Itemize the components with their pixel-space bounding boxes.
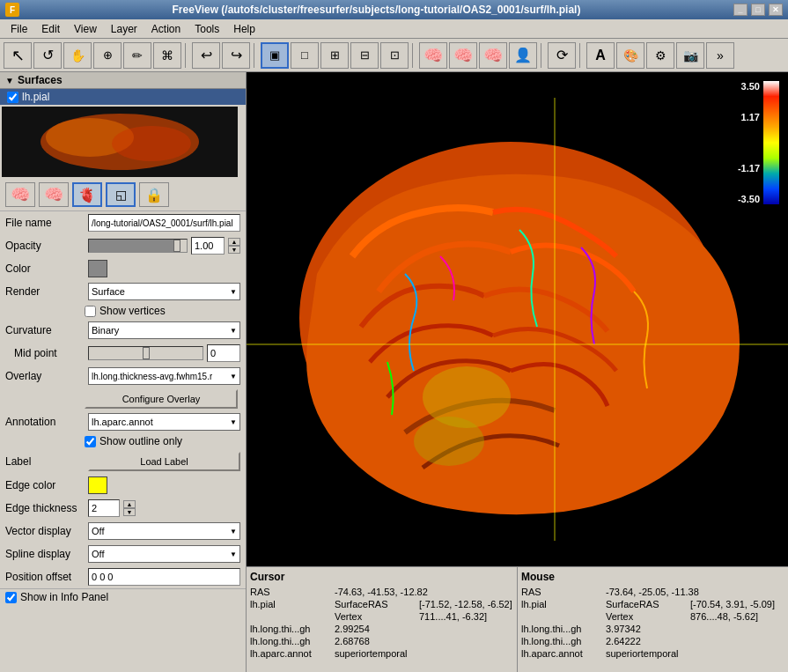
- load-label-button[interactable]: Load Label: [88, 452, 240, 471]
- brain-back-button[interactable]: 🧠: [479, 42, 507, 69]
- mouse-overlay2-row: lh.long.thi...gh 2.64222: [521, 636, 784, 646]
- settings-button[interactable]: ⚙: [646, 42, 674, 69]
- mouse-overlay1-label: lh.long.thi...gh: [521, 624, 600, 634]
- cursor-overlay2-label: lh.long.thi...gh: [250, 636, 329, 646]
- menu-view[interactable]: View: [67, 21, 104, 37]
- overlay-row: Overlay lh.long.thickness-avg.fwhm15.r ▼: [0, 365, 246, 388]
- menu-tools[interactable]: Tools: [188, 21, 226, 37]
- refresh-button[interactable]: ⟳: [548, 42, 576, 69]
- menu-file[interactable]: File: [4, 21, 34, 37]
- mouse-annot-value: superiortemporal: [606, 648, 679, 659]
- cursor-ras-row: RAS -74.63, -41.53, -12.82: [250, 587, 513, 597]
- rotate-tool[interactable]: ↺: [33, 42, 62, 69]
- surfaces-expand-icon[interactable]: ▼: [5, 76, 14, 85]
- view-cor-button[interactable]: ⊞: [320, 42, 349, 69]
- menu-layer[interactable]: Layer: [104, 21, 144, 37]
- cursor-annot-label: lh.aparc.annot: [250, 648, 329, 659]
- brain-left-button[interactable]: 🧠: [419, 42, 447, 69]
- colorbar: 3.50 1.17 -1.17 -3.50: [744, 81, 779, 222]
- pan-tool[interactable]: ✋: [63, 42, 92, 69]
- view-sag-button[interactable]: □: [291, 42, 319, 69]
- menu-edit[interactable]: Edit: [34, 21, 67, 37]
- show-vertices-checkbox[interactable]: [85, 306, 96, 317]
- lock-icon[interactable]: 🔒: [139, 182, 169, 207]
- surface-item-lhpial[interactable]: lh.pial: [0, 89, 246, 105]
- cursor-column: Cursor RAS -74.63, -41.53, -12.82 lh.pia…: [247, 567, 518, 672]
- menu-bar: File Edit View Layer Action Tools Help: [0, 19, 788, 39]
- configure-overlay-button[interactable]: Configure Overlay: [85, 389, 238, 409]
- undo-button[interactable]: ↩: [192, 42, 220, 69]
- face-button[interactable]: 👤: [509, 42, 537, 69]
- view3d-button[interactable]: ▣: [261, 42, 289, 69]
- cursor-surface-label: lh.pial: [250, 599, 329, 609]
- opacity-label: Opacity: [5, 240, 85, 252]
- edge-color-picker[interactable]: [88, 476, 107, 494]
- colormap-button[interactable]: 🎨: [616, 42, 644, 69]
- filename-row: File name: [0, 211, 246, 234]
- color-picker[interactable]: [88, 260, 107, 277]
- cursor-ras-value: -74.63, -41.53, -12.82: [335, 587, 428, 597]
- surface-icon[interactable]: 🫀: [72, 182, 102, 207]
- overlay-value: lh.long.thickness-avg.fwhm15.r: [92, 372, 212, 381]
- mouse-surface-ras-label: SurfaceRAS: [606, 599, 685, 609]
- redo-button[interactable]: ↪: [222, 42, 250, 69]
- brain-view[interactable]: 3.50 1.17 -1.17 -3.50: [247, 72, 788, 566]
- show-outline-checkbox[interactable]: [85, 436, 96, 447]
- maximize-button[interactable]: □: [751, 4, 765, 16]
- menu-help[interactable]: Help: [226, 21, 262, 37]
- midpoint-value[interactable]: [207, 344, 240, 362]
- mouse-ras-value: -73.64, -25.05, -11.38: [606, 587, 699, 597]
- brain-right-button[interactable]: 🧠: [449, 42, 477, 69]
- text-button[interactable]: A: [586, 42, 615, 69]
- render-dropdown[interactable]: Surface ▼: [88, 283, 240, 300]
- contour-tool[interactable]: ⌘: [153, 42, 181, 69]
- opacity-up[interactable]: ▲: [228, 238, 240, 246]
- opacity-value[interactable]: [191, 237, 225, 255]
- spline-display-dropdown[interactable]: Off ▼: [88, 545, 240, 563]
- measure-tool[interactable]: ⊕: [93, 42, 122, 69]
- vector-display-dropdown[interactable]: Off ▼: [88, 522, 240, 540]
- overlay-dropdown[interactable]: lh.long.thickness-avg.fwhm15.r ▼: [88, 367, 240, 385]
- midpoint-slider[interactable]: [88, 346, 203, 360]
- mouse-vertex-row: Vertex 876....48, -5.62]: [521, 611, 784, 622]
- show-vertices-row: Show vertices: [0, 303, 246, 319]
- filename-input[interactable]: [88, 214, 240, 232]
- view-ax-button[interactable]: ⊟: [350, 42, 379, 69]
- cursor-overlay1-row: lh.long.thi...gh 2.99254: [250, 624, 513, 634]
- minimize-button[interactable]: _: [733, 4, 747, 16]
- brain-icon-small2[interactable]: 🧠: [39, 182, 69, 207]
- svg-point-3: [112, 126, 191, 161]
- show-info-checkbox[interactable]: [5, 592, 17, 603]
- curvature-dropdown[interactable]: Binary ▼: [88, 321, 240, 339]
- mouse-vertex-value: 876....48, -5.62]: [690, 611, 758, 622]
- edge-thickness-input[interactable]: [88, 499, 120, 517]
- colorbar-mid-neg: -1.17: [738, 163, 760, 174]
- vector-display-label: Vector display: [5, 525, 85, 537]
- left-panel: ▼ Surfaces lh.pial 🧠 🧠 🫀 ◱ 🔒: [0, 72, 247, 672]
- annotation-dropdown[interactable]: lh.aparc.annot ▼: [88, 413, 240, 431]
- toolbar: ↖ ↺ ✋ ⊕ ✏ ⌘ ↩ ↪ ▣ □ ⊞ ⊟ ⊡ 🧠 🧠 🧠 👤 ⟳ A 🎨 …: [0, 39, 788, 72]
- pointer-tool[interactable]: ↖: [4, 42, 32, 69]
- opacity-slider[interactable]: [88, 239, 188, 253]
- surface-checkbox[interactable]: [7, 92, 18, 103]
- more-button[interactable]: »: [706, 42, 734, 69]
- edge-thickness-down[interactable]: ▼: [123, 508, 136, 516]
- overlay-icon[interactable]: ◱: [106, 182, 136, 207]
- edge-thickness-up[interactable]: ▲: [123, 500, 136, 508]
- close-button[interactable]: ✕: [769, 4, 783, 16]
- camera-button[interactable]: 📷: [676, 42, 704, 69]
- view-all-button[interactable]: ⊡: [380, 42, 409, 69]
- title-bar: F FreeView (/autofs/cluster/freesurfer/s…: [0, 0, 788, 19]
- annotation-label: Annotation: [5, 416, 85, 428]
- opacity-down[interactable]: ▼: [228, 246, 240, 254]
- position-offset-input[interactable]: [88, 568, 240, 586]
- draw-tool[interactable]: ✏: [123, 42, 151, 69]
- colorbar-mid-pos: 1.17: [741, 112, 760, 122]
- mouse-annot-label: lh.aparc.annot: [521, 648, 600, 659]
- surface-item-label: lh.pial: [22, 91, 49, 103]
- edge-color-row: Edge color: [0, 474, 246, 497]
- separator-5: [579, 43, 583, 68]
- menu-action[interactable]: Action: [144, 21, 188, 37]
- midpoint-label: Mid point: [5, 347, 85, 359]
- brain-icon-small[interactable]: 🧠: [5, 182, 35, 207]
